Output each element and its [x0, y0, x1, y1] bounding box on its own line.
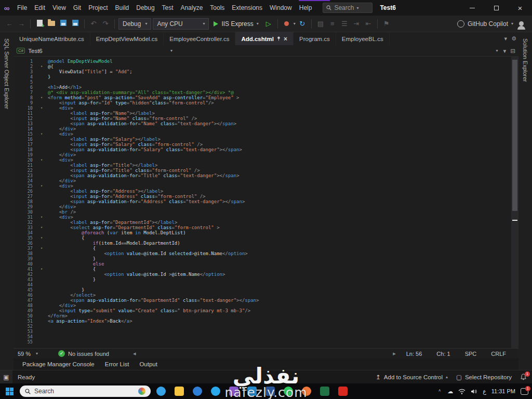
tab-options-icon[interactable]: ⚙: [511, 35, 516, 42]
code-line[interactable]: 11 <label asp-for="Name"></label>: [14, 111, 518, 116]
excel-taskbar-icon[interactable]: [318, 384, 331, 398]
code-line[interactable]: 7@* <div asp-validation-summary="All" cl…: [14, 90, 518, 95]
restore-button[interactable]: [484, 0, 508, 16]
code-line[interactable]: 17 <input asp-for="Salary" class="form-c…: [14, 142, 518, 147]
member-dropdown-icon[interactable]: ▾: [503, 47, 507, 55]
code-line[interactable]: 42 <option value=@item.Id >@item.Name</o…: [14, 272, 518, 277]
github-copilot-button[interactable]: GitHub Copilot ▾: [457, 20, 513, 28]
code-line[interactable]: 48 </div>: [14, 303, 518, 308]
fold-collapse-icon[interactable]: ▾: [35, 131, 48, 137]
code-line[interactable]: 21 <label asp-for="Title"></label>: [14, 163, 518, 168]
panel-tab-output[interactable]: Output: [135, 361, 162, 367]
zoom-dropdown[interactable]: 59 % ▾: [14, 351, 51, 357]
code-line[interactable]: 25▾ <div>: [14, 183, 518, 189]
new-file-button[interactable]: [34, 20, 45, 28]
menu-build[interactable]: Build: [112, 0, 133, 16]
menu-help[interactable]: Help: [296, 0, 316, 16]
menu-analyze[interactable]: Analyze: [177, 0, 207, 16]
menu-test[interactable]: Test: [158, 0, 177, 16]
code-editor[interactable]: 1@model EmpDeptViewModel2▾@{3 ViewData["…: [14, 57, 518, 348]
uncomment-button[interactable]: ☰: [339, 20, 350, 28]
visual-studio-taskbar-icon[interactable]: [227, 384, 241, 398]
menu-extensions[interactable]: Extensions: [228, 0, 266, 16]
acrobat-taskbar-icon[interactable]: [336, 384, 350, 398]
menu-project[interactable]: Project: [85, 0, 111, 16]
code-line[interactable]: 50</form>: [14, 313, 518, 318]
fold-collapse-icon[interactable]: ▾: [35, 225, 48, 230]
refresh-button[interactable]: ↻: [297, 20, 308, 28]
fold-collapse-icon[interactable]: ▾: [35, 64, 48, 69]
code-line[interactable]: 32 <label asp-for="DepartmentId"></label…: [14, 220, 518, 225]
code-line[interactable]: 5: [14, 79, 518, 85]
tab-employeecontroller-cs[interactable]: EmployeeController.cs: [164, 32, 235, 45]
scroll-right-arrow-icon[interactable]: ▸: [393, 350, 396, 357]
word-taskbar-icon[interactable]: [263, 384, 277, 398]
telegram-taskbar-icon[interactable]: [209, 384, 222, 398]
code-line[interactable]: 23 <span asp-validation-for="Title" clas…: [14, 173, 518, 178]
title-search-box[interactable]: Search ▾: [323, 3, 373, 13]
code-line[interactable]: 38 <option value=@item.Id selected>@item…: [14, 251, 518, 256]
add-to-source-control-button[interactable]: ↥ Add to Source Control ▴: [376, 374, 448, 381]
fold-collapse-icon[interactable]: ▾: [35, 215, 48, 220]
code-line[interactable]: 12 <input asp-for="Name" class="form-con…: [14, 116, 518, 121]
code-line[interactable]: 52: [14, 324, 518, 329]
defender-taskbar-icon[interactable]: [191, 384, 204, 398]
redo-button[interactable]: ↷: [100, 20, 111, 28]
close-tab-icon[interactable]: ×: [284, 35, 287, 43]
hot-reload-button[interactable]: [282, 20, 292, 28]
scroll-left-arrow-icon[interactable]: ◂: [133, 350, 136, 357]
code-line[interactable]: 33▾ <select asp-for="DepartmentId" class…: [14, 225, 518, 230]
code-line[interactable]: 51<a asp-action="Index">Back</a>: [14, 318, 518, 324]
taskbar-search-box[interactable]: Search: [20, 385, 151, 397]
code-line[interactable]: 35▾ {: [14, 235, 518, 241]
code-line[interactable]: 55: [14, 339, 518, 344]
scrollbar-thumb[interactable]: [512, 60, 517, 211]
tab-program-cs[interactable]: Program.cs: [294, 32, 336, 45]
vertical-scrollbar[interactable]: [511, 57, 518, 348]
code-line[interactable]: 19 </div>: [14, 152, 518, 157]
code-line[interactable]: 8▾<form method="post" asp-action="SaveAd…: [14, 95, 518, 100]
panel-tab-package-manager-console[interactable]: Package Manager Console: [18, 361, 99, 367]
code-line[interactable]: 3 ViewData["Title"] = "Add";: [14, 69, 518, 74]
taskbar-clock[interactable]: 11:31 PM: [491, 388, 515, 394]
active-files-dropdown-icon[interactable]: ▾: [504, 35, 508, 42]
close-button[interactable]: ×: [508, 0, 532, 16]
health-indicator[interactable]: ✓ No issues found: [58, 350, 109, 357]
code-line[interactable]: 53: [14, 329, 518, 334]
whatsapp-taskbar-icon[interactable]: [282, 384, 295, 398]
menu-debug[interactable]: Debug: [132, 0, 158, 16]
horizontal-scrollbar[interactable]: ◂ ▸: [130, 350, 399, 357]
fold-collapse-icon[interactable]: ▾: [35, 183, 48, 189]
fold-collapse-icon[interactable]: ▾: [35, 267, 48, 272]
firefox-taskbar-icon[interactable]: [300, 384, 313, 398]
fold-collapse-icon[interactable]: ▾: [35, 246, 48, 251]
fold-collapse-icon[interactable]: ▾: [35, 105, 48, 111]
code-line[interactable]: 28 <span asp-validation-for="Address" cl…: [14, 199, 518, 204]
wifi-icon[interactable]: [458, 389, 466, 394]
code-line[interactable]: 43 }: [14, 277, 518, 282]
find-in-files-button[interactable]: ▤: [315, 20, 326, 28]
start-debugging-button[interactable]: IIS Express ▾: [210, 20, 261, 28]
navigate-back-button[interactable]: ←: [4, 20, 15, 28]
vscode-taskbar-icon[interactable]: [245, 384, 259, 398]
code-line[interactable]: 54: [14, 334, 518, 339]
code-line[interactable]: 27 <input asp-for="Address" class="form-…: [14, 194, 518, 199]
comment-button[interactable]: ≡: [327, 20, 338, 28]
code-line[interactable]: 31▾ <div>: [14, 215, 518, 220]
solution-explorer-tab[interactable]: Solution Explorer: [522, 32, 528, 82]
fold-collapse-icon[interactable]: ▾: [35, 235, 48, 241]
code-line[interactable]: 13 <span asp-validation-for="Name" class…: [14, 121, 518, 126]
solution-platform-dropdown[interactable]: Any CPU ▾: [153, 18, 209, 30]
menu-file[interactable]: File: [14, 0, 31, 16]
menu-edit[interactable]: Edit: [31, 0, 49, 16]
code-line[interactable]: 1@model EmpDeptViewModel: [14, 59, 518, 64]
code-line[interactable]: 2▾@{: [14, 64, 518, 69]
code-line[interactable]: 34 @foreach (var item in Model.DeptList): [14, 230, 518, 235]
file-explorer-taskbar-icon[interactable]: [172, 384, 186, 398]
code-line[interactable]: 16 <label asp-for="Salary"></label>: [14, 137, 518, 142]
edge-taskbar-icon[interactable]: [154, 384, 168, 398]
code-line[interactable]: 6<h1>Add</h1>: [14, 85, 518, 90]
open-file-button[interactable]: [46, 20, 57, 28]
code-line[interactable]: 44: [14, 282, 518, 287]
onedrive-cloud-icon[interactable]: ☁: [447, 388, 453, 395]
